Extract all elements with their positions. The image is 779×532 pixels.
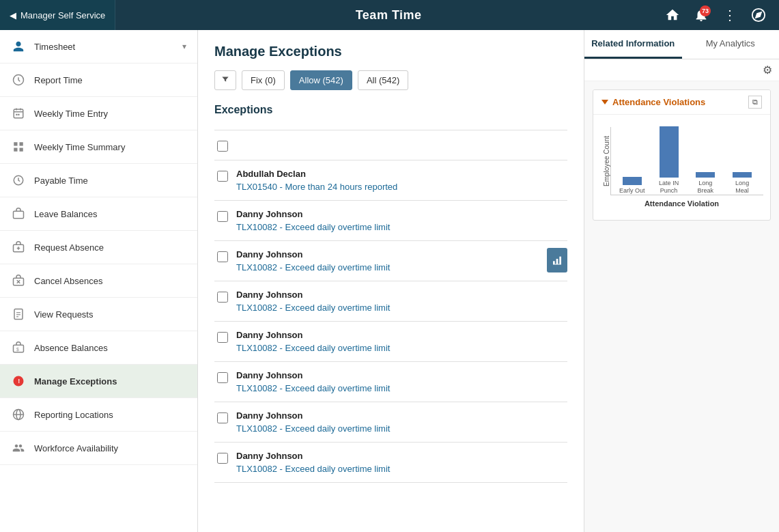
svg-rect-33: [556, 259, 558, 264]
back-label: Manager Self Service: [20, 10, 105, 20]
sidebar-item-report-time[interactable]: Report Time: [0, 64, 197, 97]
exception-name: Danny Johnson: [236, 249, 565, 260]
row-checkbox[interactable]: [217, 211, 228, 222]
chart-title: Attendance Violation: [645, 199, 719, 208]
sidebar-label-request-absence: Request Absence: [34, 242, 186, 253]
row-checkbox[interactable]: [217, 453, 228, 464]
row-checkbox[interactable]: [217, 412, 228, 423]
tab-related-information[interactable]: Related Information: [584, 30, 682, 59]
table-row: Danny Johnson TLX10082 - Exceed daily ov…: [214, 361, 567, 402]
exceptions-section-title: Exceptions: [214, 104, 567, 122]
widget-body: Employee Count Early Out: [593, 115, 770, 220]
sidebar-item-cancel-absences[interactable]: Cancel Absences: [0, 264, 197, 298]
tab-my-analytics[interactable]: My Analytics: [682, 30, 780, 59]
sidebar-item-leave-balances[interactable]: Leave Balances: [0, 197, 197, 231]
row-checkbox[interactable]: [217, 332, 228, 343]
right-panel-tabs: Related Information My Analytics: [584, 30, 779, 59]
sidebar: Timesheet ▾ Report Time Weekly Time Entr…: [0, 30, 198, 532]
sidebar-label-cancel-absences: Cancel Absences: [34, 276, 186, 286]
sidebar-label-reporting-locations: Reporting Locations: [34, 410, 186, 420]
notification-button[interactable]: 73: [690, 4, 712, 26]
row-checkbox[interactable]: [217, 372, 228, 383]
exception-name: Danny Johnson: [236, 451, 565, 461]
svg-rect-7: [16, 114, 17, 115]
person-icon: [11, 39, 26, 54]
attendance-violations-widget: Attendance Violations ⧉ Employee Count: [593, 89, 771, 221]
top-bar-icons: 73 ⋮: [662, 4, 779, 26]
sidebar-item-view-requests[interactable]: View Requests: [0, 298, 197, 331]
more-options-button[interactable]: ⋮: [719, 4, 741, 26]
exceptions-table: Abdullah Declan TLX01540 - More than 24 …: [214, 130, 567, 483]
bar-label-long-break: LongBreak: [698, 180, 714, 195]
app-title: Team Time: [115, 8, 662, 23]
home-button[interactable]: [662, 4, 683, 26]
sidebar-label-timesheet: Timesheet: [34, 42, 174, 52]
bar-label-early-out: Early Out: [619, 187, 645, 195]
exception-code[interactable]: TLX10082 - Exceed daily overtime limit: [236, 423, 565, 434]
exception-code[interactable]: TLX10082 - Exceed daily overtime limit: [236, 343, 565, 353]
svg-rect-8: [18, 114, 19, 115]
filter-icon-button[interactable]: [214, 70, 236, 90]
row-checkbox[interactable]: [217, 292, 228, 303]
exception-code[interactable]: TLX10082 - Exceed daily overtime limit: [236, 262, 565, 272]
bar-late-in-punch: Late INPunch: [653, 126, 685, 195]
sidebar-item-weekly-time-entry[interactable]: Weekly Time Entry: [0, 97, 197, 130]
select-all-checkbox[interactable]: [217, 141, 228, 152]
exception-code[interactable]: TLX10082 - Exceed daily overtime limit: [236, 222, 565, 232]
exception-name: Danny Johnson: [236, 410, 565, 421]
bar-late-in-punch-rect: [660, 126, 679, 178]
sidebar-label-report-time: Report Time: [34, 75, 186, 85]
exception-name: Danny Johnson: [236, 209, 565, 219]
sidebar-label-absence-balances: Absence Balances: [34, 343, 186, 353]
svg-marker-1: [756, 12, 761, 18]
table-row: Danny Johnson TLX10082 - Exceed daily ov…: [214, 200, 567, 240]
sidebar-item-workforce-availability[interactable]: Workforce Availability: [0, 432, 197, 465]
exception-code[interactable]: TLX01540 - More than 24 hours reported: [236, 182, 565, 192]
chart-bars-area: Early Out Late INPunch: [610, 127, 763, 195]
svg-rect-21: [14, 309, 23, 320]
collapse-triangle-icon: [601, 100, 608, 104]
allow-button[interactable]: Allow (542): [290, 70, 352, 90]
exception-code[interactable]: TLX10082 - Exceed daily overtime limit: [236, 383, 565, 393]
sidebar-label-manage-exceptions: Manage Exceptions: [34, 376, 186, 387]
table-row: Danny Johnson TLX10082 - Exceed daily ov…: [214, 240, 567, 281]
bag-icon: [11, 206, 26, 221]
sidebar-item-absence-balances[interactable]: $ Absence Balances: [0, 331, 197, 365]
exception-header-row: [214, 130, 567, 160]
bar-long-meal: LongMeal: [726, 172, 758, 195]
sidebar-item-payable-time[interactable]: Payable Time: [0, 164, 197, 197]
sidebar-item-timesheet[interactable]: Timesheet ▾: [0, 30, 197, 64]
chevron-down-icon: ▾: [182, 42, 186, 51]
calendar-icon: [11, 106, 26, 121]
y-axis-label: Employee Count: [600, 136, 610, 186]
globe-icon: [11, 407, 26, 422]
svg-rect-10: [20, 142, 23, 145]
back-button[interactable]: ◀ Manager Self Service: [0, 0, 115, 30]
compass-button[interactable]: [748, 4, 769, 26]
svg-rect-11: [14, 148, 17, 152]
exception-code[interactable]: TLX10082 - Exceed daily overtime limit: [236, 303, 565, 313]
attendance-chart: Employee Count Early Out: [600, 122, 763, 213]
doc-icon: [11, 307, 26, 322]
widget-title: Attendance Violations: [612, 97, 748, 107]
bar-long-meal-rect: [733, 172, 752, 178]
sidebar-label-weekly-time-entry: Weekly Time Entry: [34, 109, 186, 119]
widget-collapse-button[interactable]: ⧉: [748, 96, 762, 109]
row-checkbox[interactable]: [217, 171, 228, 182]
sidebar-item-weekly-time-summary[interactable]: Weekly Time Summary: [0, 130, 197, 164]
bar-long-break-rect: [696, 172, 715, 178]
back-arrow-icon: ◀: [10, 10, 16, 20]
exception-code[interactable]: TLX10082 - Exceed daily overtime limit: [236, 464, 565, 474]
chart-icon-button[interactable]: [547, 248, 567, 272]
gear-button[interactable]: ⚙: [763, 64, 772, 76]
all-button[interactable]: All (542): [358, 70, 408, 90]
fix-button[interactable]: Fix (0): [242, 70, 285, 90]
row-checkbox[interactable]: [217, 251, 228, 262]
table-row: Danny Johnson TLX10082 - Exceed daily ov…: [214, 402, 567, 442]
sidebar-item-reporting-locations[interactable]: Reporting Locations: [0, 398, 197, 432]
page-title: Manage Exceptions: [214, 44, 567, 59]
sidebar-item-manage-exceptions[interactable]: ! Manage Exceptions: [0, 365, 197, 398]
top-bar: ◀ Manager Self Service Team Time 73 ⋮: [0, 0, 779, 30]
sidebar-item-request-absence[interactable]: Request Absence: [0, 231, 197, 264]
svg-rect-3: [14, 109, 23, 118]
